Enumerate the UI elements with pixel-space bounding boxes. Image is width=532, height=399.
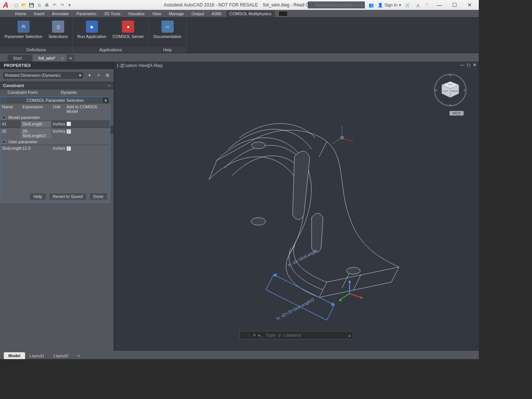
comsol-parameter-dialog: ⬚ COMSOL Parameter Selection ✕ Name Expr… bbox=[0, 97, 110, 203]
app-store-icon[interactable]: ◬ bbox=[414, 2, 422, 8]
tab-model[interactable]: Model bbox=[4, 352, 25, 359]
model-parameter-group[interactable]: Model parameter bbox=[0, 114, 110, 120]
checkbox[interactable]: ✓ bbox=[66, 129, 71, 134]
parameter-selection-button[interactable]: Pi Parameter Selection bbox=[2, 19, 45, 47]
close-cmd-icon[interactable]: ✕ bbox=[253, 333, 256, 338]
cmd-prompt-icon: ▸_ bbox=[258, 333, 263, 338]
tab-3dtools[interactable]: 3D Tools bbox=[100, 10, 124, 17]
plot-icon[interactable]: 🖶 bbox=[43, 2, 50, 8]
tab-foilwire[interactable]: foil_wire*× bbox=[33, 55, 66, 62]
property-label: Constraint Form bbox=[0, 90, 61, 95]
document-tabs: Start foil_wire*× + bbox=[0, 53, 479, 62]
svg-text:S: S bbox=[450, 103, 451, 107]
chevron-down-icon: ▾ bbox=[79, 73, 81, 78]
svg-line-0 bbox=[133, 237, 475, 252]
signin-button[interactable]: 👤 Sign In ▾ bbox=[378, 3, 401, 8]
add-tab-button[interactable]: + bbox=[67, 55, 74, 62]
add-layout-button[interactable]: + bbox=[73, 352, 84, 359]
dialog-icon: ⬚ bbox=[2, 98, 6, 103]
radio-icon[interactable] bbox=[2, 116, 6, 120]
checkbox[interactable] bbox=[66, 122, 71, 126]
property-row[interactable]: Constraint FormDynamic bbox=[0, 89, 114, 95]
command-input[interactable] bbox=[265, 333, 346, 338]
param-row-d1[interactable]: d1 SlotLength Inches bbox=[0, 120, 110, 128]
dialog-close-button[interactable]: ✕ bbox=[103, 98, 108, 103]
selections-button[interactable]: ◫ Selections bbox=[46, 19, 70, 47]
tab-insert[interactable]: Insert bbox=[30, 10, 48, 17]
revert-button[interactable]: Revert to Saved bbox=[49, 193, 87, 200]
tab-comsol[interactable]: COMSOL Multiphysics bbox=[225, 10, 276, 17]
cmd-dropdown-icon[interactable]: ▴ bbox=[348, 333, 351, 338]
qat-dropdown-icon[interactable]: ▾ bbox=[66, 2, 73, 8]
checkbox[interactable]: ✓ bbox=[66, 146, 71, 151]
tab-parametric[interactable]: Parametric bbox=[73, 10, 100, 17]
svg-text:N: N bbox=[449, 74, 451, 77]
svg-text:LEFT: LEFT bbox=[443, 90, 448, 92]
undo-icon[interactable]: ↶ bbox=[51, 2, 58, 8]
filter-icon[interactable]: ⚙ bbox=[104, 72, 111, 79]
viewcube[interactable]: N E S W TOP LEFT FRONT bbox=[433, 73, 467, 107]
svg-point-6 bbox=[252, 142, 265, 149]
panel-title: Applications bbox=[73, 47, 148, 53]
property-section-header[interactable]: Constraint– bbox=[0, 82, 114, 89]
grip-icon[interactable]: ⋮⋮ bbox=[242, 333, 250, 338]
open-icon[interactable]: 📂 bbox=[21, 2, 27, 8]
app-logo[interactable] bbox=[0, 0, 11, 10]
ribbon-widget-icon[interactable] bbox=[279, 11, 288, 16]
minimize-button[interactable]: — bbox=[432, 0, 447, 10]
svg-text:FRONT: FRONT bbox=[451, 90, 458, 92]
properties-header: PROPERTIES bbox=[0, 62, 114, 69]
panel-title: Help bbox=[149, 47, 186, 53]
save-icon[interactable]: 💾 bbox=[28, 2, 35, 8]
help-search-input[interactable] bbox=[308, 2, 365, 8]
ribbon-panel-definitions: Pi Parameter Selection ◫ Selections Defi… bbox=[0, 17, 73, 53]
close-button[interactable]: ✕ bbox=[462, 0, 477, 10]
radio-icon[interactable] bbox=[2, 140, 6, 144]
user-parameter-group[interactable]: User parameter bbox=[0, 139, 110, 145]
help-icon[interactable]: ? bbox=[423, 2, 430, 8]
quick-access-toolbar: ▢ 📂 💾 ⎙ 🖶 ↶ ↷ ▾ bbox=[13, 2, 73, 8]
tab-manage[interactable]: Manage bbox=[165, 10, 188, 17]
documentation-button[interactable]: ▭ Documentation bbox=[151, 19, 184, 47]
exchange-icon[interactable]: 🛒 bbox=[403, 2, 413, 8]
param-row-slotlength[interactable]: SlotLength 12.0 Inches ✓ bbox=[0, 145, 110, 152]
param-row-d2[interactable]: d2 20-SlotLength/2 Inches ✓ bbox=[0, 128, 110, 139]
tab-annotate[interactable]: Annotate bbox=[48, 10, 73, 17]
infocenter-icon[interactable]: 👥 bbox=[366, 2, 376, 8]
tab-visualize[interactable]: Visualize bbox=[124, 10, 149, 17]
help-button[interactable]: Help bbox=[29, 193, 46, 200]
collapse-icon[interactable]: – bbox=[108, 83, 111, 88]
svg-point-8 bbox=[347, 268, 360, 274]
selection-dropdown[interactable]: Rotated Dimension (Dynamic)▾ bbox=[2, 71, 84, 79]
tab-home[interactable]: Home bbox=[11, 10, 30, 17]
model-canvas[interactable]: fx: d1=SlotLength fx: d2=20-SlotLength/2 bbox=[114, 62, 479, 351]
main-area: PROPERTIES Rotated Dimension (Dynamic)▾ … bbox=[0, 62, 479, 351]
wcs-badge[interactable]: WCS bbox=[450, 111, 464, 116]
viewport[interactable]: [–][Custom View][X-Ray] — ◻ ✕ bbox=[114, 62, 479, 351]
tab-output[interactable]: Output bbox=[188, 10, 208, 17]
property-value[interactable]: Dynamic bbox=[61, 90, 114, 95]
comsol-server-icon: ■ bbox=[122, 21, 134, 33]
done-button[interactable]: Done bbox=[89, 193, 108, 200]
tab-layout2[interactable]: Layout2 bbox=[49, 352, 73, 359]
svg-line-9 bbox=[274, 275, 334, 305]
command-bar[interactable]: ⋮⋮ ✕ ▸_ ▴ bbox=[239, 331, 353, 339]
select-similar-icon[interactable]: ✧ bbox=[95, 72, 102, 79]
comsol-server-button[interactable]: ■ COMSOL Server bbox=[110, 19, 146, 47]
ribbon-panel-applications: ◉ Run Application ■ COMSOL Server Applic… bbox=[73, 17, 149, 53]
new-icon[interactable]: ▢ bbox=[13, 2, 20, 8]
saveas-icon[interactable]: ⎙ bbox=[36, 2, 43, 8]
dialog-titlebar[interactable]: ⬚ COMSOL Parameter Selection ✕ bbox=[0, 97, 110, 104]
tab-layout1[interactable]: Layout1 bbox=[25, 352, 49, 359]
run-application-button[interactable]: ◉ Run Application bbox=[75, 19, 108, 47]
tab-view[interactable]: View bbox=[149, 10, 165, 17]
tab-a360[interactable]: A360 bbox=[208, 10, 225, 17]
redo-icon[interactable]: ↷ bbox=[59, 2, 65, 8]
svg-line-2 bbox=[342, 138, 353, 142]
quick-select-icon[interactable]: ✦ bbox=[86, 72, 93, 79]
selections-icon: ◫ bbox=[52, 21, 64, 33]
tab-start[interactable]: Start bbox=[8, 55, 32, 62]
svg-line-12 bbox=[266, 290, 327, 320]
close-icon[interactable]: × bbox=[61, 56, 64, 61]
maximize-button[interactable]: ☐ bbox=[447, 0, 462, 10]
